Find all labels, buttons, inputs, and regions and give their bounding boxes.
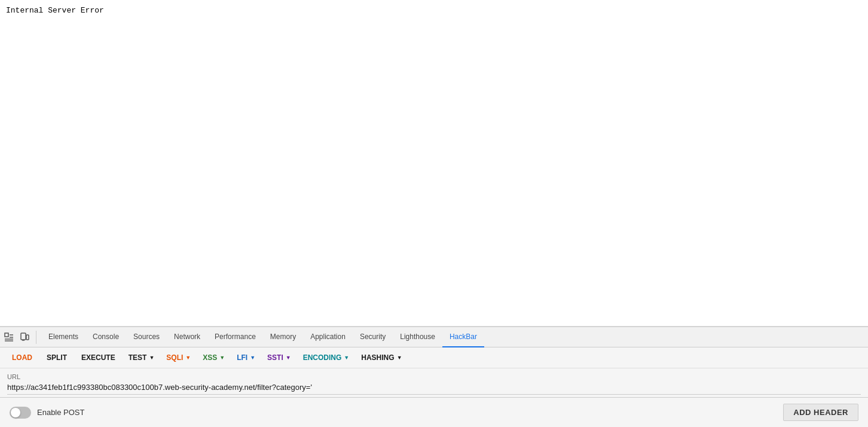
lfi-dropdown-arrow: ▼ (250, 355, 255, 361)
encoding-dropdown[interactable]: ENCODING ▼ (298, 351, 354, 364)
enable-post-toggle[interactable] (10, 407, 31, 419)
add-header-button[interactable]: ADD HEADER (783, 404, 858, 421)
error-message: Internal Server Error (6, 6, 104, 15)
tab-hackbar[interactable]: HackBar (442, 327, 484, 347)
inspect-element-icon[interactable] (2, 331, 16, 344)
svg-rect-0 (5, 333, 8, 337)
main-content: Internal Server Error (0, 0, 868, 327)
ssti-dropdown-arrow: ▼ (286, 355, 291, 361)
tab-security[interactable]: Security (353, 327, 393, 347)
enable-post-group: Enable POST (10, 407, 85, 419)
sqli-dropdown-arrow: ▼ (185, 355, 191, 361)
device-toolbar-icon[interactable] (18, 331, 31, 344)
lfi-dropdown[interactable]: LFI ▼ (232, 351, 260, 364)
url-input[interactable] (7, 382, 861, 395)
post-section: Enable POST ADD HEADER (0, 398, 868, 427)
tab-bar: Elements Console Sources Network Perform… (0, 327, 868, 347)
svg-rect-6 (26, 335, 29, 340)
url-section: URL (0, 368, 868, 397)
split-button[interactable]: SPLIT (41, 351, 73, 364)
tab-memory[interactable]: Memory (263, 327, 303, 347)
toggle-knob (11, 408, 20, 417)
tab-icon-group (2, 331, 36, 344)
enable-post-label: Enable POST (37, 408, 85, 417)
test-dropdown-arrow: ▼ (149, 355, 154, 361)
tab-application[interactable]: Application (303, 327, 353, 347)
svg-rect-5 (21, 333, 26, 340)
test-dropdown[interactable]: TEST ▼ (124, 351, 160, 364)
xss-dropdown[interactable]: XSS ▼ (198, 351, 230, 364)
tab-console[interactable]: Console (85, 327, 126, 347)
sqli-dropdown[interactable]: SQLI ▼ (161, 351, 195, 364)
devtools-panel: Elements Console Sources Network Perform… (0, 327, 868, 427)
load-button[interactable]: LOAD (6, 351, 38, 364)
hashing-dropdown[interactable]: HASHING ▼ (356, 351, 407, 364)
hashing-dropdown-arrow: ▼ (397, 355, 402, 361)
tab-performance[interactable]: Performance (207, 327, 263, 347)
execute-button[interactable]: EXECUTE (75, 351, 121, 364)
tab-sources[interactable]: Sources (126, 327, 167, 347)
xss-dropdown-arrow: ▼ (219, 355, 225, 361)
ssti-dropdown[interactable]: SSTI ▼ (262, 351, 296, 364)
tab-elements[interactable]: Elements (41, 327, 85, 347)
tab-lighthouse[interactable]: Lighthouse (393, 327, 442, 347)
tab-network[interactable]: Network (167, 327, 207, 347)
url-label: URL (7, 373, 861, 380)
hackbar-toolbar: LOAD SPLIT EXECUTE TEST ▼ SQLI ▼ XSS ▼ L… (0, 347, 868, 368)
encoding-dropdown-arrow: ▼ (344, 355, 349, 361)
